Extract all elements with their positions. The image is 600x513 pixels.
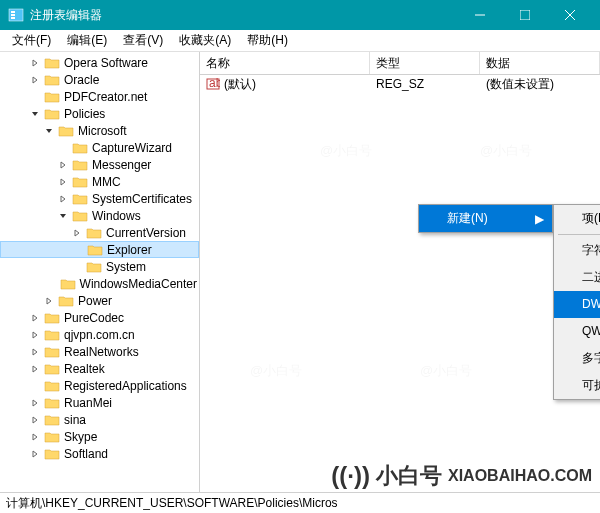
no-expander: [56, 141, 70, 155]
tree-label: System: [106, 260, 146, 274]
expand-icon[interactable]: [28, 396, 42, 410]
no-expander: [71, 243, 85, 257]
tree-item[interactable]: Realtek: [0, 360, 199, 377]
folder-icon: [44, 345, 60, 359]
tree-item[interactable]: Power: [0, 292, 199, 309]
tree-item[interactable]: RealNetworks: [0, 343, 199, 360]
window-titlebar: 注册表编辑器: [0, 0, 600, 30]
tree-label: Explorer: [107, 243, 152, 257]
tree-label: Softland: [64, 447, 108, 461]
column-name[interactable]: 名称: [200, 52, 370, 74]
tree-label: Messenger: [92, 158, 151, 172]
tree-item[interactable]: Messenger: [0, 156, 199, 173]
tree-label: WindowsMediaCenter: [80, 277, 197, 291]
menu-edit[interactable]: 编辑(E): [59, 30, 115, 51]
tree-item[interactable]: CaptureWizard: [0, 139, 199, 156]
tree-item[interactable]: Oracle: [0, 71, 199, 88]
folder-icon: [58, 124, 74, 138]
registry-tree[interactable]: Opera SoftwareOraclePDFCreator.netPolici…: [0, 52, 200, 492]
folder-icon: [44, 362, 60, 376]
menu-view[interactable]: 查看(V): [115, 30, 171, 51]
submenu-item[interactable]: 二进制值(B): [554, 264, 600, 291]
submenu-item[interactable]: 可扩充字符串值(E): [554, 372, 600, 399]
menu-separator: [558, 234, 600, 235]
menu-help[interactable]: 帮助(H): [239, 30, 296, 51]
window-controls: [457, 0, 592, 30]
list-row[interactable]: ab (默认) REG_SZ (数值未设置): [200, 75, 600, 93]
submenu-arrow-icon: ▶: [535, 212, 544, 226]
value-type: REG_SZ: [370, 76, 480, 92]
expand-icon[interactable]: [28, 345, 42, 359]
expand-icon[interactable]: [70, 226, 84, 240]
tree-label: RealNetworks: [64, 345, 139, 359]
expand-icon[interactable]: [28, 362, 42, 376]
collapse-icon[interactable]: [56, 209, 70, 223]
expand-icon[interactable]: [28, 447, 42, 461]
folder-icon: [86, 260, 102, 274]
tree-item[interactable]: Policies: [0, 105, 199, 122]
folder-icon: [44, 90, 60, 104]
folder-icon: [72, 158, 88, 172]
minimize-button[interactable]: [457, 0, 502, 30]
expand-icon[interactable]: [28, 328, 42, 342]
expand-icon[interactable]: [28, 430, 42, 444]
tree-item[interactable]: Microsoft: [0, 122, 199, 139]
expand-icon[interactable]: [56, 175, 70, 189]
folder-icon: [72, 209, 88, 223]
tree-item[interactable]: Explorer: [0, 241, 199, 258]
svg-rect-5: [520, 10, 530, 20]
submenu-item[interactable]: 字符串值(S): [554, 237, 600, 264]
maximize-button[interactable]: [502, 0, 547, 30]
tree-item[interactable]: SystemCertificates: [0, 190, 199, 207]
tree-item[interactable]: RuanMei: [0, 394, 199, 411]
folder-icon: [44, 73, 60, 87]
tree-item[interactable]: MMC: [0, 173, 199, 190]
tree-label: SystemCertificates: [92, 192, 192, 206]
window-title: 注册表编辑器: [30, 7, 457, 24]
expand-icon[interactable]: [28, 311, 42, 325]
context-submenu-new: 项(K)字符串值(S)二进制值(B)DWORD (32 位)值(D)QWORD …: [553, 204, 600, 400]
tree-item[interactable]: Windows: [0, 207, 199, 224]
submenu-item[interactable]: 项(K): [554, 205, 600, 232]
svg-rect-2: [11, 14, 15, 16]
tree-item[interactable]: RegisteredApplications: [0, 377, 199, 394]
submenu-item[interactable]: QWORD (64 位)值(Q): [554, 318, 600, 345]
expand-icon[interactable]: [28, 413, 42, 427]
tree-item[interactable]: Skype: [0, 428, 199, 445]
tree-label: Power: [78, 294, 112, 308]
tree-item[interactable]: PureCodec: [0, 309, 199, 326]
tree-item[interactable]: sina: [0, 411, 199, 428]
expand-icon[interactable]: [28, 56, 42, 70]
menu-file[interactable]: 文件(F): [4, 30, 59, 51]
tree-item[interactable]: qjvpn.com.cn: [0, 326, 199, 343]
tree-label: CaptureWizard: [92, 141, 172, 155]
tree-item[interactable]: Softland: [0, 445, 199, 462]
expand-icon[interactable]: [42, 294, 56, 308]
expand-icon[interactable]: [28, 73, 42, 87]
expand-icon[interactable]: [56, 158, 70, 172]
menu-item-new[interactable]: 新建(N) ▶: [419, 205, 552, 232]
tree-item[interactable]: PDFCreator.net: [0, 88, 199, 105]
close-button[interactable]: [547, 0, 592, 30]
column-type[interactable]: 类型: [370, 52, 480, 74]
folder-icon: [44, 413, 60, 427]
folder-icon: [44, 447, 60, 461]
menu-favorites[interactable]: 收藏夹(A): [171, 30, 239, 51]
svg-rect-1: [11, 11, 15, 13]
folder-icon: [72, 192, 88, 206]
value-name: ab (默认): [200, 75, 370, 94]
tree-item[interactable]: System: [0, 258, 199, 275]
collapse-icon[interactable]: [28, 107, 42, 121]
column-data[interactable]: 数据: [480, 52, 600, 74]
svg-text:ab: ab: [209, 77, 220, 90]
submenu-item[interactable]: DWORD (32 位)值(D): [554, 291, 600, 318]
tree-item[interactable]: CurrentVersion: [0, 224, 199, 241]
submenu-item[interactable]: 多字符串值(M): [554, 345, 600, 372]
tree-item[interactable]: Opera Software: [0, 54, 199, 71]
collapse-icon[interactable]: [42, 124, 56, 138]
no-expander: [28, 379, 42, 393]
tree-item[interactable]: WindowsMediaCenter: [0, 275, 199, 292]
tree-label: Windows: [92, 209, 141, 223]
expand-icon[interactable]: [56, 192, 70, 206]
folder-icon: [87, 243, 103, 257]
